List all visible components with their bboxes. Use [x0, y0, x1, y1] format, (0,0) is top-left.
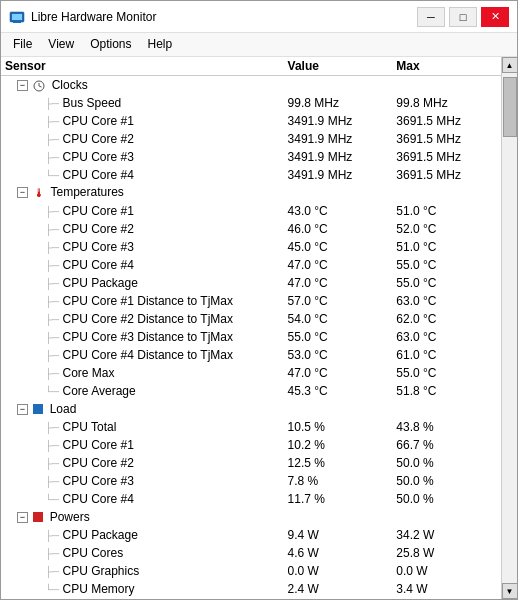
- table-row: ├─ CPU Core #4 47.0 °C 55.0 °C: [1, 256, 501, 274]
- table-row: └─ CPU Core #4 3491.9 MHz 3691.5 MHz: [1, 166, 501, 184]
- generic-memory-header: + Generic Memory: [1, 598, 284, 600]
- title-bar: Libre Hardware Monitor ─ □ ✕: [1, 1, 517, 33]
- menu-view[interactable]: View: [40, 35, 82, 54]
- table-row: ├─ CPU Package 47.0 °C 55.0 °C: [1, 274, 501, 292]
- menu-bar: File View Options Help: [1, 33, 517, 57]
- table-row: ├─ Core Max 47.0 °C 55.0 °C: [1, 364, 501, 382]
- table-row: ├─ CPU Core #2 Distance to TjMax 54.0 °C…: [1, 310, 501, 328]
- table-row: ├─ Bus Speed 99.8 MHz 99.8 MHz: [1, 94, 501, 112]
- section-generic-memory[interactable]: + Generic Memory: [1, 598, 501, 600]
- table-row: └─ CPU Memory 2.4 W 3.4 W: [1, 580, 501, 598]
- table-row: ├─ CPU Core #3 3491.9 MHz 3691.5 MHz: [1, 148, 501, 166]
- powers-label: Powers: [50, 510, 90, 524]
- svg-line-6: [39, 86, 42, 87]
- load-header: − Load: [1, 400, 284, 418]
- table-row: ├─ CPU Core #1 3491.9 MHz 3691.5 MHz: [1, 112, 501, 130]
- sensor-table: Sensor Value Max − Clocks: [1, 57, 501, 599]
- table-row: ├─ CPU Core #1 43.0 °C 51.0 °C: [1, 202, 501, 220]
- load-icon: [33, 404, 43, 414]
- clocks-label: Clocks: [52, 78, 88, 92]
- maximize-button[interactable]: □: [449, 7, 477, 27]
- menu-file[interactable]: File: [5, 35, 40, 54]
- table-row: ├─ CPU Core #2 12.5 % 50.0 %: [1, 454, 501, 472]
- table-row: ├─ CPU Core #3 Distance to TjMax 55.0 °C…: [1, 328, 501, 346]
- temperatures-header: − 🌡 Temperatures: [1, 184, 284, 202]
- clock-icon: [33, 80, 45, 92]
- app-icon: [9, 9, 25, 25]
- header-value: Value: [284, 57, 393, 76]
- table-row: └─ Core Average 45.3 °C 51.8 °C: [1, 382, 501, 400]
- scroll-track[interactable]: [502, 73, 517, 583]
- section-clocks[interactable]: − Clocks: [1, 76, 501, 94]
- scroll-thumb[interactable]: [503, 77, 517, 137]
- menu-options[interactable]: Options: [82, 35, 139, 54]
- window-title: Libre Hardware Monitor: [31, 10, 156, 24]
- temperature-icon: 🌡: [33, 186, 45, 200]
- powers-header: − Powers: [1, 508, 284, 526]
- section-powers[interactable]: − Powers: [1, 508, 501, 526]
- table-row: ├─ CPU Graphics 0.0 W 0.0 W: [1, 562, 501, 580]
- powers-icon: [33, 512, 43, 522]
- table-row: ├─ CPU Core #2 46.0 °C 52.0 °C: [1, 220, 501, 238]
- powers-expand-icon[interactable]: −: [17, 512, 28, 523]
- table-row: ├─ CPU Total 10.5 % 43.8 %: [1, 418, 501, 436]
- header-sensor: Sensor: [1, 57, 284, 76]
- clocks-bus-speed: Bus Speed: [63, 96, 122, 110]
- temperatures-expand-icon[interactable]: −: [17, 187, 28, 198]
- window-controls: ─ □ ✕: [417, 7, 509, 27]
- load-expand-icon[interactable]: −: [17, 404, 28, 415]
- content-area: Sensor Value Max − Clocks: [1, 57, 517, 599]
- table-row: ├─ CPU Core #1 10.2 % 66.7 %: [1, 436, 501, 454]
- section-load[interactable]: − Load: [1, 400, 501, 418]
- table-row: └─ CPU Core #4 11.7 % 50.0 %: [1, 490, 501, 508]
- clocks-header: − Clocks: [1, 76, 284, 94]
- table-row: ├─ CPU Cores 4.6 W 25.8 W: [1, 544, 501, 562]
- section-temperatures[interactable]: − 🌡 Temperatures: [1, 184, 501, 202]
- main-window: Libre Hardware Monitor ─ □ ✕ File View O…: [0, 0, 518, 600]
- svg-rect-1: [12, 14, 22, 20]
- table-row: ├─ CPU Core #4 Distance to TjMax 53.0 °C…: [1, 346, 501, 364]
- scroll-up-button[interactable]: ▲: [502, 57, 518, 73]
- svg-rect-3: [13, 22, 21, 23]
- temperatures-label: Temperatures: [50, 185, 123, 199]
- table-header: Sensor Value Max: [1, 57, 501, 76]
- main-scroll-area[interactable]: Sensor Value Max − Clocks: [1, 57, 501, 599]
- close-button[interactable]: ✕: [481, 7, 509, 27]
- title-bar-left: Libre Hardware Monitor: [9, 9, 156, 25]
- clocks-expand-icon[interactable]: −: [17, 80, 28, 91]
- table-row: ├─ CPU Core #1 Distance to TjMax 57.0 °C…: [1, 292, 501, 310]
- table-row: ├─ CPU Core #3 7.8 % 50.0 %: [1, 472, 501, 490]
- load-label: Load: [50, 402, 77, 416]
- minimize-button[interactable]: ─: [417, 7, 445, 27]
- vertical-scrollbar[interactable]: ▲ ▼: [501, 57, 517, 599]
- table-row: ├─ CPU Core #2 3491.9 MHz 3691.5 MHz: [1, 130, 501, 148]
- scroll-down-button[interactable]: ▼: [502, 583, 518, 599]
- table-row: ├─ CPU Core #3 45.0 °C 51.0 °C: [1, 238, 501, 256]
- header-max: Max: [392, 57, 501, 76]
- menu-help[interactable]: Help: [140, 35, 181, 54]
- table-row: ├─ CPU Package 9.4 W 34.2 W: [1, 526, 501, 544]
